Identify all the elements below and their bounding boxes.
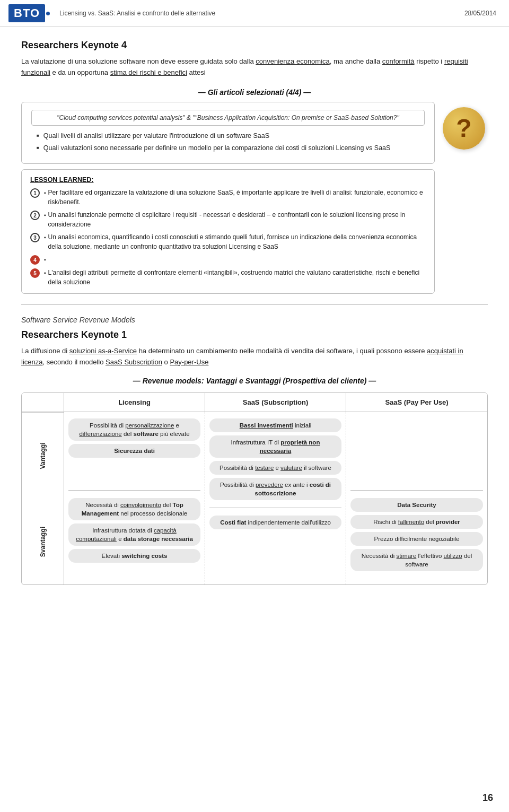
licensing-van-1: Possibilità di personalizzazione e diffe… — [68, 418, 200, 441]
lesson-bullet-3: Un analisi economica, quantificando i co… — [44, 232, 426, 251]
lesson-bullet-1: Per facilitare ed organizzare la valutaz… — [44, 188, 426, 207]
articoli-wrapper: "Cloud computing services potential anal… — [21, 102, 488, 294]
licensing-svan-2: Infrastruttura dotata di capacità comput… — [68, 523, 200, 546]
bullet-item: Quali valutazioni sono necessarie per de… — [37, 143, 425, 153]
header-licensing: Licensing — [64, 393, 205, 412]
licensing-van-2: Sicurezza dati — [68, 444, 200, 458]
header-empty — [22, 393, 64, 412]
keynote1-title: Researchers Keynote 1 — [21, 329, 488, 340]
col-saas-sub: Bassi investimenti iniziali Infrastruttu… — [205, 412, 346, 585]
header-saas-pay: SaaS (Pay Per Use) — [346, 393, 487, 412]
saas-sub-van-2: Infrastruttura IT di proprietà non neces… — [209, 435, 341, 458]
section4-title: Researchers Keynote 4 — [21, 40, 488, 51]
lesson-item-3: 3 Un analisi economica, quantificando i … — [30, 232, 426, 251]
revenue-table-header-row: Licensing SaaS (Subscription) SaaS (Pay … — [22, 393, 487, 412]
revenue-table-body: Vantaggi Svantaggi Possibilità di person… — [22, 412, 487, 585]
col-licensing: Possibilità di personalizzazione e diffe… — [64, 412, 205, 585]
lesson-item-2: 2 Un analisi funzionale permette di espl… — [30, 210, 426, 229]
question-mark-decoration: ? — [440, 102, 488, 150]
lesson-bullet-5: L'analisi degli attributi permette di co… — [44, 268, 426, 287]
articoli-outer-box: "Cloud computing services potential anal… — [21, 102, 435, 164]
revenue-header: — Revenue models: Vantaggi e Svantaggi (… — [21, 377, 488, 385]
saas-pay-svan-3: Prezzo difficilmente negoziabile — [350, 532, 483, 546]
lesson-items: 1 Per facilitare ed organizzare la valut… — [30, 188, 426, 287]
saas-sub-van-3: Possibilità di testare e valutare il sof… — [209, 461, 341, 475]
question-mark-icon: ? — [443, 107, 485, 150]
lesson-num-3: 3 — [30, 233, 40, 242]
lesson-item-5: 5 L'analisi degli attributi permette di … — [30, 268, 426, 287]
lesson-bullet-2: Un analisi funzionale permette di esplic… — [44, 210, 426, 229]
page-header: BTO Licensing vs. SaaS: Analisi e confro… — [0, 0, 509, 27]
row-label-column: Vantaggi Svantaggi — [22, 412, 64, 585]
keynote1-text: La diffusione di soluzioni as-a-Service … — [21, 346, 488, 368]
vantaggi-label: Vantaggi — [22, 412, 64, 499]
page-number: 16 — [482, 792, 493, 804]
lesson-bullet-4 — [44, 255, 426, 264]
articoli-quote: "Cloud computing services potential anal… — [31, 110, 425, 126]
logo-dot — [46, 12, 50, 15]
saas-pay-vantaggi — [350, 416, 483, 491]
col-saas-pay: Data Security Rischi di fallimento del p… — [346, 412, 487, 585]
saas-sub-vantaggi: Bassi investimenti iniziali Infrastruttu… — [209, 416, 341, 509]
bullet-item: Quali livelli di analisi utilizzare per … — [37, 131, 425, 141]
articoli-content: "Cloud computing services potential anal… — [21, 102, 435, 294]
articoli-bullets: Quali livelli di analisi utilizzare per … — [31, 131, 425, 154]
licensing-vantaggi: Possibilità di personalizzazione e diffe… — [68, 416, 200, 491]
licensing-svantaggi: Necessità di coinvolgimento del Top Mana… — [68, 494, 200, 566]
saas-pay-svan-2: Rischi di fallimento del provider — [350, 515, 483, 529]
lesson-item-4: 4 — [30, 255, 426, 265]
section-divider — [21, 304, 488, 305]
service-model-title: Software Service Revenue Models — [21, 316, 488, 324]
saas-pay-svan-1: Data Security — [350, 498, 483, 512]
header-subtitle: Licensing vs. SaaS: Analisi e confronto … — [59, 10, 215, 17]
saas-pay-svantaggi: Data Security Rischi di fallimento del p… — [350, 494, 483, 574]
licensing-svan-3: Elevati switching costs — [68, 549, 200, 563]
logo: BTO — [8, 4, 45, 22]
main-content: Researchers Keynote 4 La valutazione di … — [0, 27, 509, 596]
lesson-item-1: 1 Per facilitare ed organizzare la valut… — [30, 188, 426, 207]
header-saas-sub: SaaS (Subscription) — [205, 393, 346, 412]
lesson-num-1: 1 — [30, 188, 40, 198]
saas-pay-svan-4: Necessità di stimare l'effettivo utilizz… — [350, 549, 483, 571]
header-date: 28/05/2014 — [464, 10, 496, 17]
svantaggi-label: Svantaggi — [22, 499, 64, 584]
header-left: BTO Licensing vs. SaaS: Analisi e confro… — [8, 4, 215, 22]
articoli-header: — Gli articoli selezionati (4/4) — — [21, 88, 488, 97]
lesson-title: LESSON LEARNED: — [30, 176, 426, 184]
lesson-learned-box: LESSON LEARNED: 1 Per facilitare ed orga… — [21, 169, 435, 294]
section4-intro: La valutazione di una soluzione software… — [21, 56, 488, 78]
lesson-num-4: 4 — [30, 255, 40, 265]
saas-sub-van-1: Bassi investimenti iniziali — [209, 418, 341, 432]
revenue-table: Licensing SaaS (Subscription) SaaS (Pay … — [21, 392, 488, 586]
lesson-num-5: 5 — [30, 268, 40, 278]
licensing-svan-1: Necessità di coinvolgimento del Top Mana… — [68, 498, 200, 520]
lesson-num-2: 2 — [30, 211, 40, 220]
revenue-content-grid: Possibilità di personalizzazione e diffe… — [64, 412, 487, 585]
saas-sub-svan-1: Costi flat indipendentemente dall'utiliz… — [209, 516, 341, 529]
saas-sub-svantaggi: Costi flat indipendentemente dall'utiliz… — [209, 511, 341, 580]
saas-sub-van-4: Possibilità di prevedere ex ante i costi… — [209, 478, 341, 500]
